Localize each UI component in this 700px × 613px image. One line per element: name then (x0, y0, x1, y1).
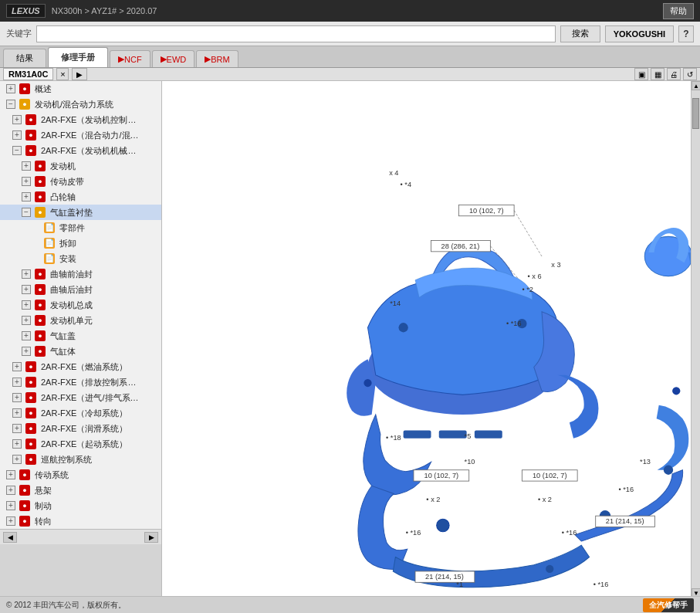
sidebar-item-s17[interactable]: +●气缸盖 (0, 328, 161, 344)
sidebar-item-s20[interactable]: +●2AR-FXE（排放控制系… (0, 374, 161, 390)
expand-icon-s23[interactable]: + (12, 424, 22, 433)
sidebar-item-s27[interactable]: +●悬架 (0, 483, 161, 498)
annotation-x2-1: • x 2 (426, 496, 440, 503)
part-label-4[interactable]: 10 (102, 7) (522, 470, 577, 481)
sidebar-next-button[interactable]: ▶ (144, 532, 158, 543)
expand-icon-s9[interactable]: − (22, 208, 31, 217)
expand-icon-s7[interactable]: + (22, 177, 31, 186)
tab-ncf[interactable]: ▶ NCF (110, 50, 150, 67)
sidebar-item-s13[interactable]: +●曲轴前油封 (0, 266, 161, 282)
search-help-icon[interactable]: ? (678, 25, 694, 42)
sidebar-bottom-nav: ◀ ▶ (0, 529, 161, 544)
item-icon-s13: ● (35, 269, 46, 279)
sidebar-item-s5[interactable]: −●2AR-FXE（发动机机械… (0, 143, 161, 158)
item-icon-s9: ● (35, 207, 46, 218)
svg-line-15 (514, 211, 542, 256)
search-button[interactable]: 搜索 (560, 25, 600, 42)
expand-icon-s19[interactable]: + (12, 362, 22, 371)
expand-icon-s2[interactable]: − (6, 100, 15, 109)
scroll-down-button[interactable]: ▼ (692, 588, 700, 596)
sidebar-item-s12[interactable]: 📄安装 (0, 251, 161, 266)
view-icon-2[interactable]: ▦ (651, 68, 664, 80)
topbar: LEXUS NX300h > AYZ1# > 2020.07 帮助 (0, 0, 700, 22)
item-icon-s12: 📄 (44, 253, 55, 264)
print-icon[interactable]: 🖨 (667, 68, 681, 80)
tab-manual[interactable]: 修理手册 (48, 47, 108, 67)
close-button[interactable]: × (56, 68, 69, 80)
sidebar-item-s6[interactable]: +●发动机 (0, 158, 161, 174)
sidebar-item-s19[interactable]: +●2AR-FXE（燃油系统） (0, 359, 161, 374)
sidebar-item-s11[interactable]: 📄拆卸 (0, 235, 161, 251)
expand-icon-s4[interactable]: + (12, 130, 22, 140)
item-icon-s1: ● (19, 83, 30, 94)
expand-icon-s13[interactable]: + (22, 269, 31, 279)
sidebar-item-s2[interactable]: −●发动机/混合动力系统 (0, 97, 161, 112)
scrollbar-thumb[interactable] (692, 98, 699, 129)
item-icon-s23: ● (25, 423, 36, 434)
sidebar-item-s4[interactable]: +●2AR-FXE（混合动力/混… (0, 127, 161, 143)
scroll-up-button[interactable]: ▲ (692, 81, 700, 90)
expand-icon-s17[interactable]: + (22, 331, 31, 340)
sidebar-item-s10[interactable]: 📄零部件 (0, 220, 161, 235)
searchbar: 关键字 搜索 YOKOGUSHI ? (0, 22, 700, 46)
sidebar-item-s25[interactable]: +●巡航控制系统 (0, 452, 161, 467)
help-button[interactable]: 帮助 (663, 3, 694, 19)
expand-icon-s1[interactable]: + (6, 84, 15, 93)
sidebar-item-s18[interactable]: +●气缸体 (0, 344, 161, 359)
expand-icon-s20[interactable]: + (12, 378, 22, 387)
tab-brm-label: BRM (211, 55, 229, 64)
tab-ewd[interactable]: ▶ EWD (152, 50, 195, 67)
view-icon-1[interactable]: ▣ (634, 68, 648, 80)
yokogushi-button[interactable]: YOKOGUSHI (605, 25, 674, 42)
expand-icon-s21[interactable]: + (12, 393, 22, 402)
expand-icon-s18[interactable]: + (22, 347, 31, 356)
sidebar-item-s26[interactable]: +●传动系统 (0, 467, 161, 483)
expand-icon-s16[interactable]: + (22, 316, 31, 325)
expand-icon-s24[interactable]: + (12, 439, 22, 449)
sidebar-item-s24[interactable]: +●2AR-FXE（起动系统） (0, 436, 161, 452)
tab-ewd-label: EWD (167, 55, 187, 64)
expand-icon-s14[interactable]: + (22, 285, 31, 294)
sidebar-item-s16[interactable]: +●发动机单元 (0, 313, 161, 328)
part-label-5[interactable]: 21 (214, 15) (596, 516, 655, 527)
expand-icon-s3[interactable]: + (12, 115, 22, 124)
part-label-3[interactable]: 10 (102, 7) (414, 470, 469, 481)
item-icon-s16: ● (35, 315, 46, 326)
sidebar-item-s1[interactable]: +●概述 (0, 81, 161, 97)
sidebar-item-s23[interactable]: +●2AR-FXE（润滑系统） (0, 421, 161, 436)
tab-ncf-label: NCF (124, 55, 142, 64)
part-label-6[interactable]: 21 (214, 15) (415, 571, 475, 582)
item-icon-s17: ● (35, 330, 46, 341)
sidebar-item-s7[interactable]: +●传动皮带 (0, 174, 161, 189)
item-label-s1: 概述 (35, 83, 52, 95)
refresh-icon[interactable]: ↺ (683, 68, 697, 80)
nav-forward-button[interactable]: ▶ (72, 68, 87, 80)
tab-brm[interactable]: ▶ BRM (196, 50, 238, 67)
annotation-star13: *13 (640, 458, 651, 466)
expand-icon-s29[interactable]: + (6, 516, 15, 526)
sidebar-item-s15[interactable]: +●发动机总成 (0, 297, 161, 313)
expand-icon-s6[interactable]: + (22, 161, 31, 171)
item-icon-s11: 📄 (44, 238, 55, 249)
item-label-s24: 2AR-FXE（起动系统） (41, 438, 127, 450)
tab-results[interactable]: 结果 (3, 49, 46, 67)
sidebar-item-s9[interactable]: −●气缸盖衬垫 (0, 205, 161, 220)
sidebar-prev-button[interactable]: ◀ (3, 532, 17, 543)
sidebar-item-s28[interactable]: +●制动 (0, 498, 161, 513)
sidebar-item-s8[interactable]: +●凸轮轴 (0, 189, 161, 205)
expand-icon-s15[interactable]: + (22, 300, 31, 310)
annotation-x2-2: • x 2 (538, 496, 552, 503)
expand-icon-s26[interactable]: + (6, 470, 15, 479)
expand-icon-s28[interactable]: + (6, 501, 15, 510)
sidebar-item-s22[interactable]: +●2AR-FXE（冷却系统） (0, 405, 161, 421)
expand-icon-s22[interactable]: + (12, 408, 22, 418)
expand-icon-s5[interactable]: − (12, 146, 22, 155)
expand-icon-s25[interactable]: + (12, 455, 22, 464)
sidebar-item-s14[interactable]: +●曲轴后油封 (0, 282, 161, 297)
sidebar-item-s21[interactable]: +●2AR-FXE（进气/排气系… (0, 390, 161, 405)
sidebar-item-s3[interactable]: +●2AR-FXE（发动机控制… (0, 112, 161, 127)
sidebar-item-s29[interactable]: +●转向 (0, 513, 161, 529)
search-input[interactable] (36, 25, 556, 42)
expand-icon-s8[interactable]: + (22, 192, 31, 202)
expand-icon-s27[interactable]: + (6, 486, 15, 495)
